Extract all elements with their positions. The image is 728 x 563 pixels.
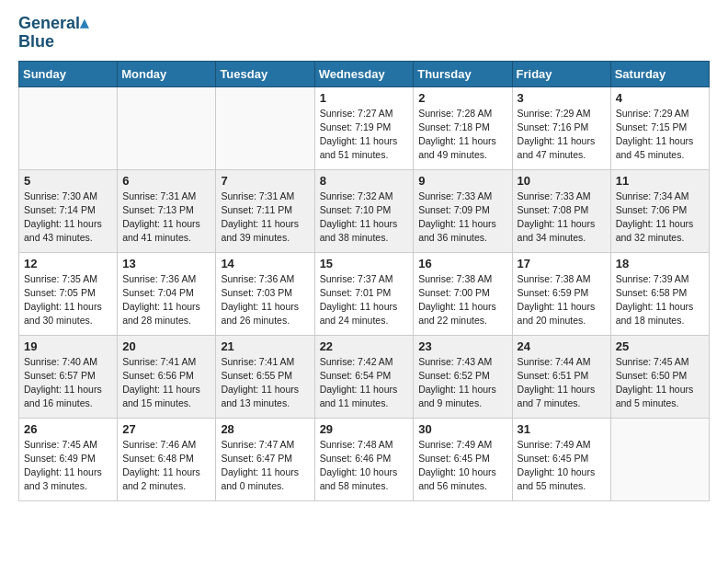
calendar-day-cell: 22Sunrise: 7:42 AM Sunset: 6:54 PM Dayli…: [314, 335, 414, 418]
calendar-day-cell: 31Sunrise: 7:49 AM Sunset: 6:45 PM Dayli…: [512, 418, 610, 500]
calendar-day-cell: 11Sunrise: 7:34 AM Sunset: 7:06 PM Dayli…: [610, 169, 709, 252]
day-info: Sunrise: 7:49 AM Sunset: 6:45 PM Dayligh…: [418, 438, 506, 494]
day-number: 15: [320, 257, 409, 270]
day-info: Sunrise: 7:31 AM Sunset: 7:13 PM Dayligh…: [122, 190, 210, 246]
day-number: 14: [221, 257, 309, 270]
calendar-day-cell: 29Sunrise: 7:48 AM Sunset: 6:46 PM Dayli…: [314, 418, 414, 500]
day-number: 4: [616, 91, 704, 105]
calendar-week-row: 1Sunrise: 7:27 AM Sunset: 7:19 PM Daylig…: [19, 86, 710, 169]
calendar-table: SundayMondayTuesdayWednesdayThursdayFrid…: [18, 61, 710, 501]
calendar-week-row: 19Sunrise: 7:40 AM Sunset: 6:57 PM Dayli…: [19, 335, 710, 418]
calendar-day-cell: 5Sunrise: 7:30 AM Sunset: 7:14 PM Daylig…: [19, 169, 118, 252]
day-number: 23: [418, 339, 506, 353]
day-number: 9: [418, 174, 506, 188]
day-info: Sunrise: 7:41 AM Sunset: 6:56 PM Dayligh…: [122, 355, 210, 411]
calendar-day-cell: 15Sunrise: 7:37 AM Sunset: 7:01 PM Dayli…: [314, 252, 414, 335]
day-info: Sunrise: 7:38 AM Sunset: 6:59 PM Dayligh…: [518, 272, 606, 328]
day-info: Sunrise: 7:28 AM Sunset: 7:18 PM Dayligh…: [418, 107, 506, 163]
day-info: Sunrise: 7:36 AM Sunset: 7:03 PM Dayligh…: [221, 272, 309, 328]
calendar-day-cell: 28Sunrise: 7:47 AM Sunset: 6:47 PM Dayli…: [216, 418, 314, 500]
day-info: Sunrise: 7:39 AM Sunset: 6:58 PM Dayligh…: [616, 272, 704, 328]
day-number: 22: [320, 339, 409, 353]
day-info: Sunrise: 7:49 AM Sunset: 6:45 PM Dayligh…: [518, 438, 606, 494]
calendar-day-cell: 14Sunrise: 7:36 AM Sunset: 7:03 PM Dayli…: [216, 252, 314, 335]
weekday-header: Sunday: [19, 61, 118, 86]
day-info: Sunrise: 7:31 AM Sunset: 7:11 PM Dayligh…: [221, 190, 309, 246]
calendar-day-cell: 9Sunrise: 7:33 AM Sunset: 7:09 PM Daylig…: [414, 169, 512, 252]
calendar-empty-cell: [216, 86, 314, 169]
calendar-week-row: 26Sunrise: 7:45 AM Sunset: 6:49 PM Dayli…: [19, 418, 710, 500]
calendar-day-cell: 10Sunrise: 7:33 AM Sunset: 7:08 PM Dayli…: [512, 169, 610, 252]
day-info: Sunrise: 7:34 AM Sunset: 7:06 PM Dayligh…: [616, 190, 704, 246]
day-info: Sunrise: 7:33 AM Sunset: 7:09 PM Dayligh…: [418, 190, 506, 246]
calendar-day-cell: 12Sunrise: 7:35 AM Sunset: 7:05 PM Dayli…: [19, 252, 118, 335]
calendar-day-cell: 17Sunrise: 7:38 AM Sunset: 6:59 PM Dayli…: [512, 252, 610, 335]
calendar-week-row: 5Sunrise: 7:30 AM Sunset: 7:14 PM Daylig…: [19, 169, 710, 252]
weekday-header: Monday: [118, 61, 216, 86]
weekday-header: Wednesday: [314, 61, 414, 86]
day-info: Sunrise: 7:41 AM Sunset: 6:55 PM Dayligh…: [221, 355, 309, 411]
day-number: 5: [24, 174, 112, 188]
day-info: Sunrise: 7:40 AM Sunset: 6:57 PM Dayligh…: [24, 355, 112, 411]
calendar-day-cell: 3Sunrise: 7:29 AM Sunset: 7:16 PM Daylig…: [512, 86, 610, 169]
day-info: Sunrise: 7:37 AM Sunset: 7:01 PM Dayligh…: [320, 272, 409, 328]
calendar-day-cell: 1Sunrise: 7:27 AM Sunset: 7:19 PM Daylig…: [314, 86, 414, 169]
weekday-header: Friday: [512, 61, 610, 86]
calendar-day-cell: 19Sunrise: 7:40 AM Sunset: 6:57 PM Dayli…: [19, 335, 118, 418]
calendar-day-cell: 30Sunrise: 7:49 AM Sunset: 6:45 PM Dayli…: [414, 418, 512, 500]
calendar-empty-cell: [19, 86, 118, 169]
weekday-header: Tuesday: [216, 61, 314, 86]
day-info: Sunrise: 7:35 AM Sunset: 7:05 PM Dayligh…: [24, 272, 112, 328]
day-number: 24: [518, 339, 606, 353]
day-number: 25: [616, 339, 704, 353]
day-info: Sunrise: 7:44 AM Sunset: 6:51 PM Dayligh…: [518, 355, 606, 411]
calendar-day-cell: 21Sunrise: 7:41 AM Sunset: 6:55 PM Dayli…: [216, 335, 314, 418]
day-number: 18: [616, 257, 704, 270]
day-info: Sunrise: 7:38 AM Sunset: 7:00 PM Dayligh…: [418, 272, 506, 328]
day-number: 17: [518, 257, 606, 270]
day-info: Sunrise: 7:33 AM Sunset: 7:08 PM Dayligh…: [518, 190, 606, 246]
day-number: 8: [320, 174, 409, 188]
day-number: 20: [122, 339, 210, 353]
logo: General▴Blue: [18, 15, 88, 52]
day-number: 3: [518, 91, 606, 105]
calendar-day-cell: 8Sunrise: 7:32 AM Sunset: 7:10 PM Daylig…: [314, 169, 414, 252]
day-info: Sunrise: 7:32 AM Sunset: 7:10 PM Dayligh…: [320, 190, 409, 246]
day-info: Sunrise: 7:47 AM Sunset: 6:47 PM Dayligh…: [221, 438, 309, 494]
day-number: 27: [122, 422, 210, 436]
calendar-day-cell: 4Sunrise: 7:29 AM Sunset: 7:15 PM Daylig…: [610, 86, 709, 169]
calendar-week-row: 12Sunrise: 7:35 AM Sunset: 7:05 PM Dayli…: [19, 252, 710, 335]
calendar-day-cell: 13Sunrise: 7:36 AM Sunset: 7:04 PM Dayli…: [118, 252, 216, 335]
calendar-day-cell: 25Sunrise: 7:45 AM Sunset: 6:50 PM Dayli…: [610, 335, 709, 418]
day-info: Sunrise: 7:36 AM Sunset: 7:04 PM Dayligh…: [122, 272, 210, 328]
day-info: Sunrise: 7:45 AM Sunset: 6:49 PM Dayligh…: [24, 438, 112, 494]
day-number: 1: [320, 91, 409, 105]
day-number: 19: [24, 339, 112, 353]
day-number: 29: [320, 422, 409, 436]
day-info: Sunrise: 7:43 AM Sunset: 6:52 PM Dayligh…: [418, 355, 506, 411]
calendar-day-cell: 24Sunrise: 7:44 AM Sunset: 6:51 PM Dayli…: [512, 335, 610, 418]
calendar-header-row: SundayMondayTuesdayWednesdayThursdayFrid…: [19, 61, 710, 86]
day-number: 11: [616, 174, 704, 188]
day-number: 28: [221, 422, 309, 436]
page-container: General▴Blue SundayMondayTuesdayWednesda…: [0, 0, 728, 511]
weekday-header: Saturday: [610, 61, 709, 86]
day-number: 16: [418, 257, 506, 270]
logo-text: General▴Blue: [18, 15, 88, 52]
day-info: Sunrise: 7:45 AM Sunset: 6:50 PM Dayligh…: [616, 355, 704, 411]
calendar-day-cell: 27Sunrise: 7:46 AM Sunset: 6:48 PM Dayli…: [118, 418, 216, 500]
calendar-day-cell: 7Sunrise: 7:31 AM Sunset: 7:11 PM Daylig…: [216, 169, 314, 252]
weekday-header: Thursday: [414, 61, 512, 86]
day-number: 26: [24, 422, 112, 436]
calendar-day-cell: 16Sunrise: 7:38 AM Sunset: 7:00 PM Dayli…: [414, 252, 512, 335]
calendar-empty-cell: [118, 86, 216, 169]
calendar-day-cell: 20Sunrise: 7:41 AM Sunset: 6:56 PM Dayli…: [118, 335, 216, 418]
calendar-day-cell: 23Sunrise: 7:43 AM Sunset: 6:52 PM Dayli…: [414, 335, 512, 418]
day-info: Sunrise: 7:46 AM Sunset: 6:48 PM Dayligh…: [122, 438, 210, 494]
day-number: 31: [518, 422, 606, 436]
day-number: 21: [221, 339, 309, 353]
calendar-day-cell: 18Sunrise: 7:39 AM Sunset: 6:58 PM Dayli…: [610, 252, 709, 335]
day-number: 12: [24, 257, 112, 270]
day-info: Sunrise: 7:27 AM Sunset: 7:19 PM Dayligh…: [320, 107, 409, 163]
day-number: 6: [122, 174, 210, 188]
